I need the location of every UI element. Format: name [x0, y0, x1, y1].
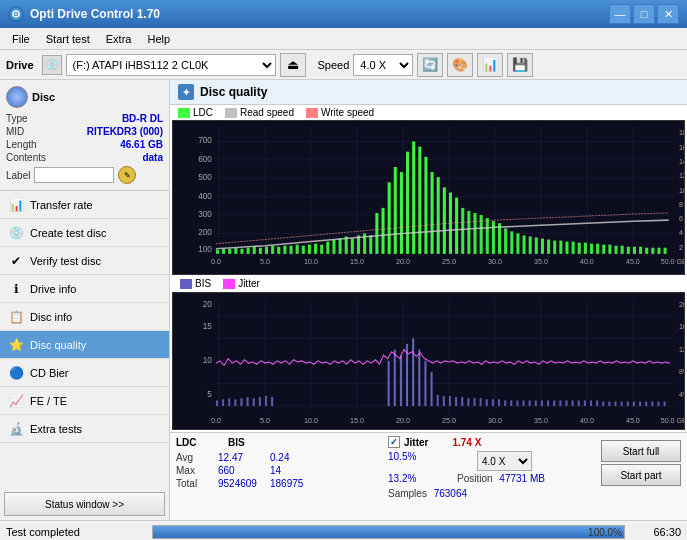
- svg-rect-99: [541, 239, 544, 254]
- svg-rect-206: [639, 402, 641, 407]
- svg-rect-51: [247, 248, 250, 254]
- svg-rect-183: [498, 400, 500, 407]
- svg-rect-78: [412, 141, 415, 253]
- disc-quality-icon: ⭐: [8, 337, 24, 353]
- svg-rect-160: [247, 397, 249, 406]
- total-ldc: 9524609: [218, 478, 268, 489]
- svg-rect-189: [535, 401, 537, 407]
- maximize-button[interactable]: □: [633, 4, 655, 24]
- svg-rect-104: [572, 242, 575, 254]
- extra-tests-label: Extra tests: [30, 423, 82, 435]
- create-test-icon: 💿: [8, 225, 24, 241]
- svg-rect-180: [480, 398, 482, 406]
- svg-rect-103: [565, 242, 568, 254]
- svg-rect-82: [437, 177, 440, 254]
- svg-rect-119: [664, 248, 667, 254]
- svg-rect-115: [639, 247, 642, 254]
- jitter-legend-label: Jitter: [238, 278, 260, 289]
- svg-text:12%: 12%: [679, 345, 685, 354]
- jitter-checkbox[interactable]: ✓: [388, 436, 400, 448]
- bis-col-header: BIS: [228, 437, 278, 448]
- svg-text:30.0: 30.0: [488, 258, 502, 266]
- start-part-button[interactable]: Start part: [601, 464, 681, 486]
- main-content: Disc Type BD-R DL MID RITEKDR3 (000) Len…: [0, 80, 687, 520]
- svg-text:50.0 GB: 50.0 GB: [661, 416, 685, 425]
- transfer-rate-icon: 📊: [8, 197, 24, 213]
- sidebar-item-drive-info[interactable]: ℹ Drive info: [0, 275, 169, 303]
- sidebar-item-disc-quality[interactable]: ⭐ Disc quality: [0, 331, 169, 359]
- svg-text:10.0: 10.0: [304, 416, 318, 425]
- svg-rect-109: [602, 245, 605, 254]
- status-window-button[interactable]: Status window >>: [4, 492, 165, 516]
- svg-rect-159: [240, 398, 242, 406]
- sidebar-item-transfer-rate[interactable]: 📊 Transfer rate: [0, 191, 169, 219]
- svg-rect-57: [283, 246, 286, 254]
- svg-rect-66: [339, 239, 342, 254]
- svg-rect-190: [541, 401, 543, 407]
- create-test-label: Create test disc: [30, 227, 106, 239]
- svg-rect-100: [547, 240, 550, 254]
- refresh-button[interactable]: 🔄: [417, 53, 443, 77]
- sidebar-item-verify-test-disc[interactable]: ✔ Verify test disc: [0, 247, 169, 275]
- svg-rect-209: [657, 402, 659, 407]
- sidebar-item-cd-bier[interactable]: 🔵 CD Bier: [0, 359, 169, 387]
- label-key: Label: [6, 170, 30, 181]
- minimize-button[interactable]: —: [609, 4, 631, 24]
- color-button[interactable]: 🎨: [447, 53, 473, 77]
- disc-section-label: Disc: [32, 91, 55, 103]
- svg-rect-71: [369, 235, 372, 253]
- svg-text:16 X: 16 X: [679, 144, 685, 152]
- total-label: Total: [176, 478, 216, 489]
- save-button[interactable]: 💾: [507, 53, 533, 77]
- svg-rect-59: [296, 245, 299, 254]
- drive-select[interactable]: (F:) ATAPI iHBS112 2 CL0K: [66, 54, 276, 76]
- svg-text:4%: 4%: [679, 390, 685, 399]
- label-edit-button[interactable]: ✎: [118, 166, 136, 184]
- close-button[interactable]: ✕: [657, 4, 679, 24]
- label-input[interactable]: [34, 167, 114, 183]
- chart2-container: 20 15 10 5 20% 16% 12% 8% 4% 0.0 5.0 10.…: [172, 292, 685, 430]
- svg-rect-157: [228, 398, 230, 406]
- fe-te-icon: 📈: [8, 393, 24, 409]
- svg-rect-114: [633, 247, 636, 254]
- sidebar-item-create-test-disc[interactable]: 💿 Create test disc: [0, 219, 169, 247]
- info-button[interactable]: 📊: [477, 53, 503, 77]
- disc-quality-icon-header: ✦: [178, 84, 194, 100]
- svg-rect-87: [467, 211, 470, 254]
- svg-rect-85: [455, 198, 458, 254]
- verify-test-icon: ✔: [8, 253, 24, 269]
- eject-button[interactable]: ⏏: [280, 53, 306, 77]
- sidebar-item-fe-te[interactable]: 📈 FE / TE: [0, 387, 169, 415]
- svg-rect-96: [523, 235, 526, 253]
- bis-jitter-legend: BIS Jitter: [172, 277, 685, 290]
- svg-rect-47: [222, 249, 225, 254]
- speed-label: Speed: [318, 59, 350, 71]
- svg-text:12 X: 12 X: [679, 172, 685, 180]
- svg-text:25.0: 25.0: [442, 416, 456, 425]
- sidebar-item-extra-tests[interactable]: 🔬 Extra tests: [0, 415, 169, 443]
- start-full-button[interactable]: Start full: [601, 440, 681, 462]
- speed-select-stats[interactable]: 4.0 X: [477, 451, 532, 471]
- type-key: Type: [6, 113, 28, 124]
- cd-bier-label: CD Bier: [30, 367, 69, 379]
- max-ldc: 660: [218, 465, 268, 476]
- menu-start-test[interactable]: Start test: [38, 31, 98, 47]
- app-icon: [8, 6, 24, 22]
- menu-extra[interactable]: Extra: [98, 31, 140, 47]
- menu-help[interactable]: Help: [139, 31, 178, 47]
- svg-rect-196: [578, 401, 580, 407]
- svg-text:40.0: 40.0: [580, 258, 594, 266]
- svg-rect-118: [657, 248, 660, 254]
- sidebar-item-disc-info[interactable]: 📋 Disc info: [0, 303, 169, 331]
- svg-rect-94: [510, 231, 513, 253]
- status-text: Test completed: [6, 526, 146, 538]
- svg-text:20.0: 20.0: [396, 258, 410, 266]
- svg-text:15.0: 15.0: [350, 416, 364, 425]
- svg-text:35.0: 35.0: [534, 258, 548, 266]
- length-val: 46.61 GB: [120, 139, 163, 150]
- svg-rect-76: [400, 172, 403, 254]
- svg-rect-62: [314, 244, 317, 254]
- menu-file[interactable]: File: [4, 31, 38, 47]
- svg-text:15.0: 15.0: [350, 258, 364, 266]
- speed-select[interactable]: 4.0 X 2.0 X 8.0 X: [353, 54, 413, 76]
